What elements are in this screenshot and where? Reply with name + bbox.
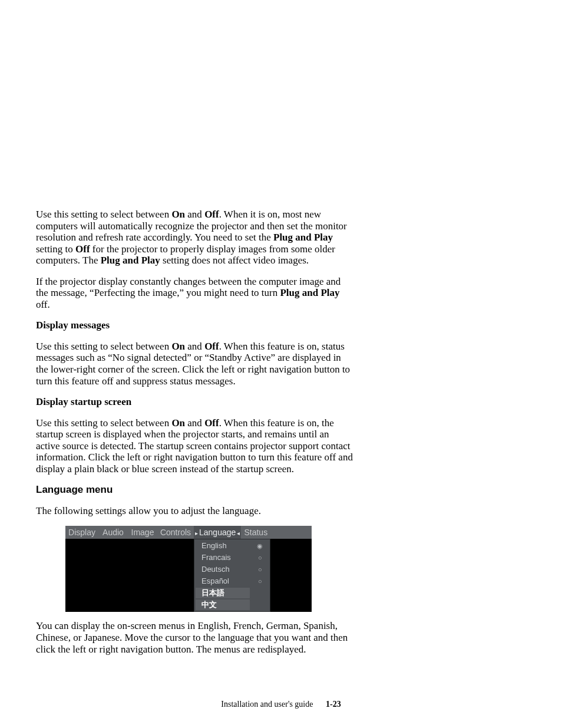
content-column: Use this setting to select between On an…: [36, 209, 354, 664]
osd-tab-status[interactable]: Status: [241, 526, 270, 539]
osd-lang-label: 中文: [196, 599, 250, 610]
heading-display-messages: Display messages: [36, 319, 354, 331]
radio-empty: [251, 588, 269, 598]
bold: On: [171, 341, 185, 352]
bold: Off: [204, 341, 219, 352]
paragraph-language-instructions: You can display the on-screen menus in E…: [36, 620, 354, 655]
osd-tab-controls[interactable]: Controls: [157, 526, 194, 539]
page-footer: Installation and user's guide 1-23: [0, 700, 562, 709]
osd-menu: Display Audio Image Controls ▸Language◂ …: [65, 526, 312, 612]
bold: Off: [204, 417, 219, 429]
footer-page-number: 1-23: [326, 700, 341, 709]
radio-unselected-icon: ○: [251, 552, 269, 563]
text: Use this setting to select between: [36, 341, 171, 352]
text: Use this setting to select between: [36, 209, 171, 220]
osd-body-blank-right: [270, 539, 312, 612]
osd-lang-label: English: [196, 541, 250, 551]
text: off.: [36, 299, 50, 310]
heading-display-startup: Display startup screen: [36, 396, 354, 408]
page: Use this setting to select between On an…: [0, 0, 562, 728]
radio-empty: [251, 599, 269, 610]
section-heading-language-menu: Language menu: [36, 484, 354, 496]
osd-tabbar: Display Audio Image Controls ▸Language◂ …: [65, 526, 312, 539]
bold: Display startup screen: [36, 396, 131, 407]
osd-lang-item-deutsch[interactable]: Deutsch ○: [196, 564, 269, 575]
osd-lang-item-english[interactable]: English ◉: [196, 541, 269, 551]
osd-tab-display[interactable]: Display: [65, 526, 98, 539]
osd-tab-label: Language: [199, 528, 236, 537]
osd-tab-audio[interactable]: Audio: [98, 526, 128, 539]
osd-lang-item-espanol[interactable]: Español ○: [196, 576, 269, 587]
bold: Plug and Play: [101, 255, 160, 266]
osd-menu-screenshot: Display Audio Image Controls ▸Language◂ …: [65, 526, 354, 612]
osd-lang-label: Español: [196, 576, 250, 587]
triangle-right-icon: ▸: [194, 531, 199, 536]
text: and: [185, 341, 204, 352]
osd-lang-item-francais[interactable]: Francais ○: [196, 552, 269, 563]
paragraph-display-startup: Use this setting to select between On an…: [36, 417, 354, 475]
osd-lang-item-chinese[interactable]: 中文: [196, 599, 269, 610]
text: setting to: [36, 243, 75, 255]
text: and: [185, 209, 204, 220]
paragraph-plug-and-play: Use this setting to select between On an…: [36, 209, 354, 266]
osd-lang-label: Deutsch: [196, 564, 250, 575]
radio-unselected-icon: ○: [251, 564, 269, 575]
bold: Off: [75, 243, 90, 255]
radio-unselected-icon: ○: [251, 576, 269, 587]
osd-body: English ◉ Francais ○ Deutsch ○: [65, 539, 312, 612]
osd-body-blank: [65, 539, 194, 612]
osd-lang-label: 日本語: [196, 588, 250, 598]
text: and: [185, 417, 204, 429]
osd-language-list: English ◉ Francais ○ Deutsch ○: [194, 539, 270, 612]
osd-lang-label: Francais: [196, 552, 250, 563]
footer-label: Installation and user's guide: [221, 700, 313, 709]
osd-tab-language[interactable]: ▸Language◂: [194, 526, 241, 539]
text: Use this setting to select between: [36, 417, 171, 429]
paragraph-perfecting-image: If the projector display constantly chan…: [36, 276, 354, 311]
osd-tabbar-filler: [270, 526, 312, 539]
osd-tab-image[interactable]: Image: [128, 526, 157, 539]
osd-lang-item-japanese[interactable]: 日本語: [196, 588, 269, 598]
text: setting does not affect video images.: [160, 255, 309, 266]
bold: Plug and Play: [280, 287, 339, 298]
triangle-left-icon: ◂: [236, 531, 241, 536]
paragraph-language-intro: The following settings allow you to adju…: [36, 505, 354, 517]
bold: Off: [204, 209, 219, 220]
radio-selected-icon: ◉: [251, 541, 269, 551]
osd-language-panel: English ◉ Francais ○ Deutsch ○: [194, 539, 270, 612]
paragraph-display-messages: Use this setting to select between On an…: [36, 341, 354, 387]
bold: Plug and Play: [273, 232, 333, 243]
bold: Display messages: [36, 319, 110, 331]
bold: On: [171, 417, 185, 429]
bold: On: [171, 209, 185, 220]
